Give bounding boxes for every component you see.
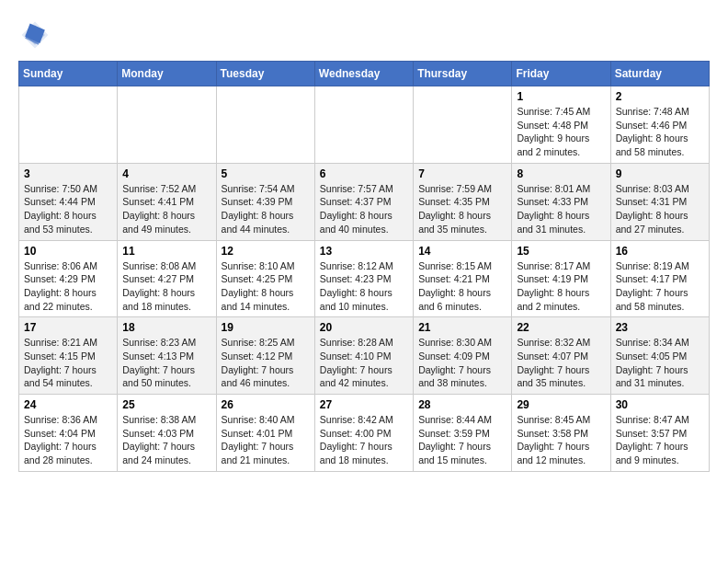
day-number: 12 <box>222 245 310 258</box>
weekday-header: Thursday <box>414 62 512 86</box>
weekday-header-row: SundayMondayTuesdayWednesdayThursdayFrid… <box>19 62 710 86</box>
day-info: Sunrise: 8:19 AM Sunset: 4:17 PM Dayligh… <box>616 259 704 314</box>
weekday-header: Friday <box>512 62 610 86</box>
weekday-header: Wednesday <box>314 62 413 86</box>
day-info: Sunrise: 7:45 AM Sunset: 4:48 PM Dayligh… <box>517 105 605 159</box>
day-number: 25 <box>122 398 210 411</box>
day-number: 8 <box>517 167 605 180</box>
calendar-cell: 20Sunrise: 8:28 AM Sunset: 4:10 PM Dayli… <box>314 317 413 395</box>
calendar-cell: 6Sunrise: 7:57 AM Sunset: 4:37 PM Daylig… <box>314 163 413 240</box>
day-info: Sunrise: 7:57 AM Sunset: 4:37 PM Dayligh… <box>320 182 408 236</box>
page-header <box>18 18 710 52</box>
day-number: 4 <box>122 167 210 180</box>
calendar-cell: 29Sunrise: 8:45 AM Sunset: 3:58 PM Dayli… <box>512 395 610 472</box>
weekday-header: Monday <box>118 62 216 86</box>
day-number: 26 <box>222 398 310 411</box>
day-number: 2 <box>616 90 704 103</box>
day-info: Sunrise: 8:32 AM Sunset: 4:07 PM Dayligh… <box>517 336 605 390</box>
day-info: Sunrise: 8:15 AM Sunset: 4:21 PM Dayligh… <box>418 259 506 314</box>
calendar-cell <box>414 86 512 164</box>
day-info: Sunrise: 8:36 AM Sunset: 4:04 PM Dayligh… <box>24 413 112 467</box>
day-info: Sunrise: 8:23 AM Sunset: 4:13 PM Dayligh… <box>122 336 210 390</box>
day-number: 23 <box>616 321 704 334</box>
day-info: Sunrise: 8:44 AM Sunset: 3:59 PM Dayligh… <box>418 413 506 467</box>
calendar-cell: 9Sunrise: 8:03 AM Sunset: 4:31 PM Daylig… <box>610 163 709 240</box>
calendar-cell <box>19 86 118 164</box>
calendar-header: SundayMondayTuesdayWednesdayThursdayFrid… <box>19 62 710 86</box>
calendar-cell: 12Sunrise: 8:10 AM Sunset: 4:25 PM Dayli… <box>216 240 314 317</box>
calendar-cell: 26Sunrise: 8:40 AM Sunset: 4:01 PM Dayli… <box>216 395 314 472</box>
day-number: 21 <box>418 321 506 334</box>
calendar-cell: 5Sunrise: 7:54 AM Sunset: 4:39 PM Daylig… <box>216 163 314 240</box>
day-info: Sunrise: 8:12 AM Sunset: 4:23 PM Dayligh… <box>320 259 408 314</box>
calendar-cell <box>216 86 314 164</box>
day-number: 27 <box>320 398 408 411</box>
day-number: 19 <box>222 321 310 334</box>
calendar-cell: 16Sunrise: 8:19 AM Sunset: 4:17 PM Dayli… <box>610 240 709 317</box>
calendar-week-row: 3Sunrise: 7:50 AM Sunset: 4:44 PM Daylig… <box>19 163 710 240</box>
day-info: Sunrise: 8:25 AM Sunset: 4:12 PM Dayligh… <box>222 336 310 390</box>
day-info: Sunrise: 7:48 AM Sunset: 4:46 PM Dayligh… <box>616 105 704 159</box>
day-info: Sunrise: 8:08 AM Sunset: 4:27 PM Dayligh… <box>122 259 210 314</box>
calendar-cell: 18Sunrise: 8:23 AM Sunset: 4:13 PM Dayli… <box>118 317 216 395</box>
calendar-cell: 3Sunrise: 7:50 AM Sunset: 4:44 PM Daylig… <box>19 163 118 240</box>
day-info: Sunrise: 7:59 AM Sunset: 4:35 PM Dayligh… <box>418 182 506 236</box>
calendar-cell: 27Sunrise: 8:42 AM Sunset: 4:00 PM Dayli… <box>314 395 413 472</box>
day-info: Sunrise: 7:52 AM Sunset: 4:41 PM Dayligh… <box>122 182 210 236</box>
day-info: Sunrise: 8:47 AM Sunset: 3:57 PM Dayligh… <box>616 413 704 467</box>
calendar-cell: 11Sunrise: 8:08 AM Sunset: 4:27 PM Dayli… <box>118 240 216 317</box>
day-number: 15 <box>517 245 605 258</box>
calendar-cell: 13Sunrise: 8:12 AM Sunset: 4:23 PM Dayli… <box>314 240 413 317</box>
calendar-cell: 14Sunrise: 8:15 AM Sunset: 4:21 PM Dayli… <box>414 240 512 317</box>
weekday-header: Tuesday <box>216 62 314 86</box>
calendar-cell: 21Sunrise: 8:30 AM Sunset: 4:09 PM Dayli… <box>414 317 512 395</box>
day-info: Sunrise: 8:34 AM Sunset: 4:05 PM Dayligh… <box>616 336 704 390</box>
day-number: 30 <box>616 398 704 411</box>
day-info: Sunrise: 8:06 AM Sunset: 4:29 PM Dayligh… <box>24 259 112 314</box>
day-number: 6 <box>320 167 408 180</box>
weekday-header: Saturday <box>610 62 709 86</box>
day-number: 9 <box>616 167 704 180</box>
calendar-week-row: 17Sunrise: 8:21 AM Sunset: 4:15 PM Dayli… <box>19 317 710 395</box>
calendar-cell: 1Sunrise: 7:45 AM Sunset: 4:48 PM Daylig… <box>512 86 610 164</box>
day-info: Sunrise: 8:21 AM Sunset: 4:15 PM Dayligh… <box>24 336 112 390</box>
calendar-cell: 7Sunrise: 7:59 AM Sunset: 4:35 PM Daylig… <box>414 163 512 240</box>
calendar-table: SundayMondayTuesdayWednesdayThursdayFrid… <box>18 61 710 472</box>
day-number: 17 <box>24 321 112 334</box>
day-info: Sunrise: 8:17 AM Sunset: 4:19 PM Dayligh… <box>517 259 605 314</box>
day-info: Sunrise: 8:40 AM Sunset: 4:01 PM Dayligh… <box>222 413 310 467</box>
calendar-week-row: 10Sunrise: 8:06 AM Sunset: 4:29 PM Dayli… <box>19 240 710 317</box>
day-info: Sunrise: 8:45 AM Sunset: 3:58 PM Dayligh… <box>517 413 605 467</box>
day-info: Sunrise: 8:03 AM Sunset: 4:31 PM Dayligh… <box>616 182 704 236</box>
day-number: 11 <box>122 245 210 258</box>
day-number: 24 <box>24 398 112 411</box>
calendar-cell: 8Sunrise: 8:01 AM Sunset: 4:33 PM Daylig… <box>512 163 610 240</box>
day-info: Sunrise: 8:30 AM Sunset: 4:09 PM Dayligh… <box>418 336 506 390</box>
calendar-cell: 17Sunrise: 8:21 AM Sunset: 4:15 PM Dayli… <box>19 317 118 395</box>
day-number: 7 <box>418 167 506 180</box>
calendar-week-row: 24Sunrise: 8:36 AM Sunset: 4:04 PM Dayli… <box>19 395 710 472</box>
day-number: 3 <box>24 167 112 180</box>
calendar-week-row: 1Sunrise: 7:45 AM Sunset: 4:48 PM Daylig… <box>19 86 710 164</box>
day-number: 29 <box>517 398 605 411</box>
weekday-header: Sunday <box>19 62 118 86</box>
day-info: Sunrise: 8:01 AM Sunset: 4:33 PM Dayligh… <box>517 182 605 236</box>
calendar-cell: 30Sunrise: 8:47 AM Sunset: 3:57 PM Dayli… <box>610 395 709 472</box>
calendar-cell: 19Sunrise: 8:25 AM Sunset: 4:12 PM Dayli… <box>216 317 314 395</box>
calendar-cell: 10Sunrise: 8:06 AM Sunset: 4:29 PM Dayli… <box>19 240 118 317</box>
logo-icon <box>18 18 51 52</box>
day-number: 10 <box>24 245 112 258</box>
day-info: Sunrise: 8:10 AM Sunset: 4:25 PM Dayligh… <box>222 259 310 314</box>
day-info: Sunrise: 8:28 AM Sunset: 4:10 PM Dayligh… <box>320 336 408 390</box>
calendar-cell: 4Sunrise: 7:52 AM Sunset: 4:41 PM Daylig… <box>118 163 216 240</box>
calendar-cell: 15Sunrise: 8:17 AM Sunset: 4:19 PM Dayli… <box>512 240 610 317</box>
day-info: Sunrise: 8:38 AM Sunset: 4:03 PM Dayligh… <box>122 413 210 467</box>
calendar-cell <box>118 86 216 164</box>
calendar-cell: 25Sunrise: 8:38 AM Sunset: 4:03 PM Dayli… <box>118 395 216 472</box>
day-info: Sunrise: 7:54 AM Sunset: 4:39 PM Dayligh… <box>222 182 310 236</box>
day-info: Sunrise: 7:50 AM Sunset: 4:44 PM Dayligh… <box>24 182 112 236</box>
calendar-cell: 2Sunrise: 7:48 AM Sunset: 4:46 PM Daylig… <box>610 86 709 164</box>
calendar-cell: 22Sunrise: 8:32 AM Sunset: 4:07 PM Dayli… <box>512 317 610 395</box>
logo <box>18 18 57 52</box>
day-number: 28 <box>418 398 506 411</box>
